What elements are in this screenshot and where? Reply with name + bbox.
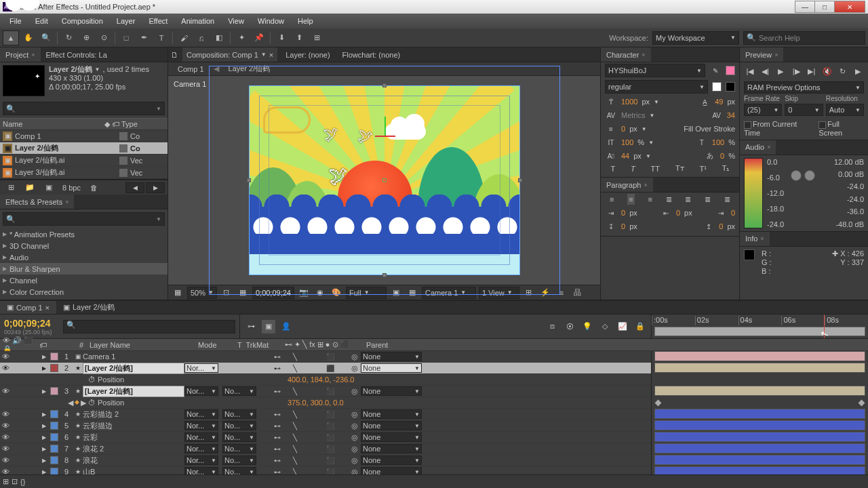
character-tab[interactable]: Character× [601,47,651,62]
menu-effect[interactable]: Effect [142,17,174,25]
twirl-icon[interactable]: ▶ [39,411,49,418]
clone-tool[interactable]: ⎌ [193,30,210,45]
project-tab[interactable]: Project× [0,47,41,62]
trkmat-select[interactable]: No...▼ [222,467,256,474]
full-screen-checkbox[interactable]: Full Screen [818,120,864,137]
twirl-icon[interactable]: ▶ [39,423,49,429]
hand-tool[interactable]: ✋ [20,30,37,45]
collapse-icon[interactable]: ⊷ [273,411,281,418]
resolution-input[interactable]: Auto▼ [826,104,864,116]
loop-button[interactable]: ↻ [836,65,848,77]
twirl-icon[interactable]: ▶ [39,365,49,371]
prev-kf-icon[interactable]: ◀ [68,399,73,407]
roto-tool[interactable]: ✦ [233,30,250,45]
shape-tool[interactable]: □ [118,30,134,45]
3d-icon[interactable]: ⬛ [326,457,334,464]
collapse-icon[interactable]: ⊷ [273,365,281,372]
trkmat-select[interactable]: No...▼ [222,386,256,396]
effect-category[interactable]: ▶Blur & Sharpen [0,263,167,274]
view-axis-icon[interactable]: ⊞ [309,30,325,45]
property-row[interactable]: ⏱Position400.0, 184.0, -236.0 [0,374,651,386]
stroke-input[interactable]: 0 [621,125,625,133]
stroke-color-black[interactable] [726,82,735,92]
pan-behind-tool[interactable]: ⊙ [96,30,112,45]
ram-options-select[interactable]: RAM Preview Options▼ [744,81,864,94]
project-item[interactable]: ▣Layer 2/仙鹤.aiVec [0,155,167,167]
3d-icon[interactable]: ⬛ [326,445,334,453]
font-size-input[interactable]: 1000 [621,98,637,106]
audio-tab[interactable]: Audio× [740,140,776,155]
twirl-icon[interactable]: ▶ [39,469,49,475]
layer-name[interactable]: 山B [83,467,184,475]
bold-icon[interactable]: T [610,165,615,173]
parent-select[interactable]: None▼ [361,432,422,442]
timeline-time[interactable]: 0;00;09;24 [4,318,52,329]
justify-all-icon[interactable]: ≣ [724,195,730,204]
mute-button[interactable]: 🔇 [821,65,833,77]
timeline-layer[interactable]: 👁▶4★云彩描边 2Nor...▼No...▼⊷╲⬛◎None▼ [0,409,651,420]
eraser-tool[interactable]: ◧ [211,30,227,45]
type-tool[interactable]: T [153,30,170,45]
work-area[interactable] [654,327,865,336]
pen-tool[interactable]: ✒ [136,30,152,45]
font-style-select[interactable]: regular▼ [605,80,708,94]
visibility-toggle[interactable]: 👁 [0,468,11,474]
layer-name[interactable]: Camera 1 [83,352,184,361]
visibility-toggle[interactable]: 👁 [0,387,11,395]
visibility-toggle[interactable]: 👁 [0,410,11,418]
world-axis-icon[interactable]: ⬆ [291,30,307,45]
menu-view[interactable]: View [221,17,251,25]
trash-icon[interactable]: 🗑 [86,180,102,195]
parent-pickwhip-icon[interactable]: ◎ [351,410,361,419]
collapse-icon[interactable]: ⊷ [273,445,281,453]
selection-tool[interactable]: ▲ [3,30,19,45]
next-kf-icon[interactable]: ▶ [81,399,86,407]
roi-icon[interactable]: ⊡ [220,287,233,299]
timeline-layer[interactable]: 👁▶7★浪花 2Nor...▼No...▼⊷╲⬛◎None▼ [0,443,651,455]
graph-editor-icon[interactable]: 📈 [616,320,629,333]
toggle-switches-icon[interactable]: ⊞ [3,477,9,486]
layer-bar[interactable] [654,420,865,430]
framerate-input[interactable]: (25)▼ [744,104,782,116]
effect-category[interactable]: ▶Channel [0,274,167,286]
view-camera-select[interactable]: Camera 1▼ [422,287,476,299]
quality-icon[interactable]: ╲ [290,388,299,395]
flowchart-tab[interactable]: Flowchart: (none) [338,47,405,62]
menu-edit[interactable]: Edit [28,17,55,25]
layer-name[interactable]: [Layer 2/仙鹤] [83,363,184,374]
trkmat-select[interactable]: No...▼ [222,409,256,419]
3d-icon[interactable]: ⬛ [326,434,334,441]
justify-left-icon[interactable]: ≣ [666,195,672,204]
effects-search[interactable]: 🔍 ▼ [3,212,165,226]
layer-name[interactable]: 云彩 [83,432,184,443]
layer-name[interactable]: [Layer 2/仙鹤] [83,386,184,397]
timeline-tab-layer2[interactable]: ▣ Layer 2/仙鹤 [56,301,121,314]
menu-layer[interactable]: Layer [110,17,142,25]
effects-presets-tab[interactable]: Effects & Presets× [0,195,74,209]
prev-frame-button[interactable]: ◀| [760,65,772,77]
folder-icon[interactable]: 📁 [22,180,38,195]
mode-select[interactable]: Nor...▼ [184,386,218,396]
mask-icon[interactable]: ▣ [389,287,403,299]
menu-help[interactable]: Help [291,17,320,25]
frame-blend-icon[interactable]: ⧈ [545,320,559,333]
last-frame-button[interactable]: ▶| [806,65,818,77]
quality-icon[interactable]: ╲ [290,365,299,372]
timeline-layer[interactable]: 👁▶2★[Layer 2/仙鹤]Nor...▼⊷╲⬛◎None▼ [0,363,651,374]
brush-tool[interactable]: 🖌 [176,30,192,45]
menu-file[interactable]: File [3,17,28,25]
mode-select[interactable]: Nor...▼ [184,421,218,430]
smallcaps-icon[interactable]: Tᴛ [675,164,684,173]
align-center-icon[interactable]: ≡ [627,194,634,205]
composition-tab[interactable]: Composition: Comp 1▼× [182,47,277,62]
minimize-button[interactable]: — [795,1,815,13]
info-tab[interactable]: Info× [740,232,770,246]
timeline-layer[interactable]: 👁▶1▣Camera 1⊷╲⬛◎None▼ [0,351,651,363]
layer-name[interactable]: 浪花 2 [83,444,184,454]
prev-icon[interactable]: ◀ [125,182,144,193]
3d-icon[interactable]: ⬛ [326,353,334,361]
parent-pickwhip-icon[interactable]: ◎ [351,352,361,361]
twirl-icon[interactable]: ▶ [39,354,49,360]
breadcrumb-comp[interactable]: Comp 1 [174,65,208,73]
transparency-icon[interactable]: ▦ [236,287,250,299]
